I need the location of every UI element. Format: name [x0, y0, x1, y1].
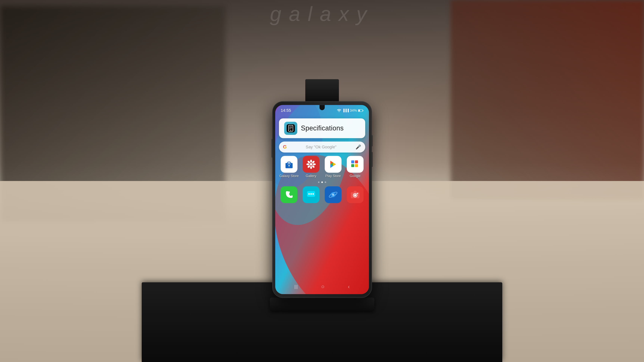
phone-app-icon [281, 186, 298, 203]
camera-app-icon [347, 186, 364, 203]
status-time: 14:55 [281, 108, 291, 113]
battery-text: 34% [350, 108, 357, 112]
app-camera[interactable] [345, 186, 365, 205]
play-store-label: Play Store [325, 174, 341, 178]
svg-rect-6 [362, 110, 363, 111]
svg-point-21 [310, 166, 312, 169]
svg-point-17 [310, 160, 312, 163]
status-icons: ▐▐▐ 34% [337, 108, 363, 112]
galaxy-store-label: Galaxy Store [279, 174, 298, 178]
google-label: Google [350, 174, 360, 178]
svg-point-19 [313, 163, 316, 165]
phone-display: 14:55 ▐▐▐ 34% [270, 79, 374, 311]
samsung-icon [325, 186, 342, 203]
back-button[interactable]: ‹ [348, 284, 350, 290]
google-icon [347, 156, 364, 173]
svg-point-45 [357, 193, 358, 194]
wifi-icon [337, 109, 341, 112]
phone-stand-base [270, 298, 374, 311]
svg-point-15 [288, 165, 290, 166]
google-search-bar[interactable]: G Say "Ok Google" 🎤 [279, 141, 365, 152]
search-placeholder: Say "Ok Google" [290, 145, 353, 149]
battery-icon [358, 109, 363, 112]
galaxy-watermark: galaxy [270, 2, 374, 25]
dot-1 [318, 181, 320, 183]
svg-point-22 [307, 165, 310, 168]
svg-point-36 [312, 193, 314, 195]
dot-2 [321, 181, 323, 183]
gallery-icon [303, 156, 320, 173]
camera-notch [320, 105, 325, 110]
app-row-2 [279, 186, 365, 205]
svg-rect-29 [351, 160, 354, 163]
svg-marker-27 [333, 163, 336, 166]
play-store-icon [325, 156, 342, 173]
svg-rect-32 [355, 164, 358, 167]
phone-body: 14:55 ▐▐▐ 34% [272, 101, 372, 298]
home-button[interactable]: ○ [321, 284, 324, 290]
microphone-icon[interactable]: 🎤 [356, 144, 361, 150]
svg-rect-30 [355, 160, 358, 163]
gallery-label: Gallery [306, 174, 316, 178]
svg-rect-31 [351, 164, 354, 167]
navigation-bar: ||| ○ ‹ [275, 279, 369, 294]
svg-point-4 [339, 111, 340, 112]
app-phone[interactable] [279, 186, 299, 205]
signal-bars: ▐▐▐ [342, 109, 348, 112]
specs-widget-label: Specifications [301, 124, 344, 132]
svg-point-20 [312, 165, 315, 168]
phone-screen: 14:55 ▐▐▐ 34% [275, 105, 369, 294]
svg-point-23 [306, 163, 310, 165]
svg-point-40 [332, 194, 334, 196]
svg-point-35 [310, 193, 312, 195]
app-play-store[interactable]: Play Store [323, 156, 343, 178]
svg-rect-7 [358, 110, 360, 111]
svg-point-24 [307, 160, 310, 164]
specs-app-icon [286, 124, 295, 132]
app-gallery[interactable]: Gallery [301, 156, 321, 178]
messages-icon [303, 186, 320, 203]
galaxy-store-icon [281, 156, 298, 173]
app-google[interactable]: Google [345, 156, 365, 178]
svg-marker-42 [354, 191, 357, 192]
app-samsung[interactable] [323, 186, 343, 205]
svg-point-16 [310, 163, 312, 166]
page-indicator [318, 181, 326, 183]
svg-point-34 [308, 193, 310, 195]
dot-3 [325, 181, 326, 183]
app-row-1: Galaxy Store [279, 156, 365, 178]
google-logo: G [283, 144, 287, 150]
svg-point-13 [290, 130, 291, 131]
home-screen: Specifications G Say "Ok Google" 🎤 [275, 115, 369, 279]
recents-button[interactable]: ||| [294, 284, 298, 289]
phone-stand-arm [305, 79, 339, 101]
specs-icon [284, 122, 297, 135]
svg-point-18 [312, 160, 315, 164]
svg-point-44 [354, 194, 356, 196]
app-messages[interactable] [301, 186, 321, 205]
app-galaxy-store[interactable]: Galaxy Store [279, 156, 299, 178]
svg-marker-37 [308, 197, 311, 199]
specifications-widget[interactable]: Specifications [279, 118, 365, 138]
